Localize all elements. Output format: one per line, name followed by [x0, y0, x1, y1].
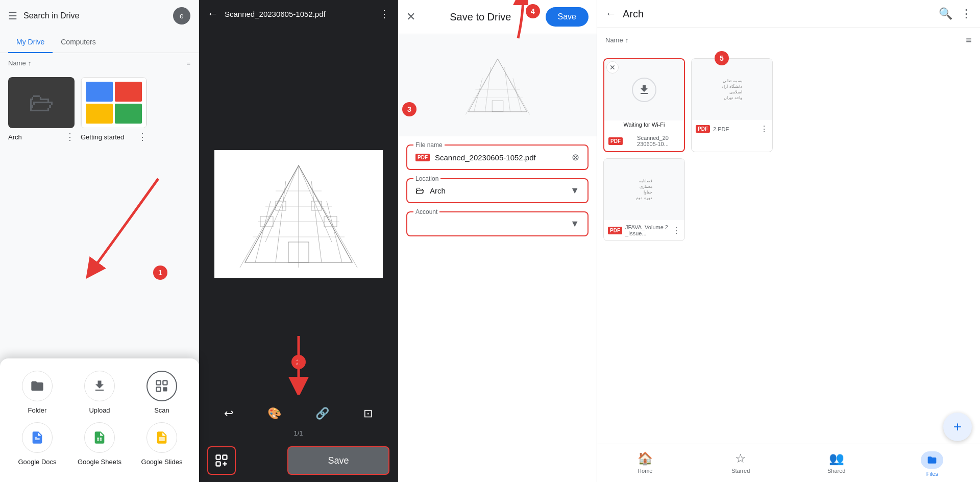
arch-files-row-2: فصلنامهمعماریجفاوادوره دوم PDF JFAVA_Vol… [603, 158, 974, 241]
scan-label: Scan [154, 406, 169, 414]
list-view-icon[interactable]: ≡ [186, 59, 190, 67]
link-icon[interactable]: 🔗 [315, 407, 329, 420]
avatar[interactable]: e [173, 7, 190, 25]
arch-header: ← Arch 🔍 ⋮ [597, 0, 980, 28]
sheet-item-google-docs[interactable]: Google Docs [10, 422, 64, 466]
svg-rect-2 [157, 387, 161, 391]
close-waiting-icon[interactable]: ✕ [606, 61, 619, 74]
home-label: Home [638, 468, 652, 474]
panel-save: ✕ Save to Drive Save 4 3 File name [398, 0, 597, 482]
nav-files[interactable]: Files [885, 448, 981, 480]
files-icon [921, 451, 943, 469]
account-field[interactable]: Account ▼ [406, 211, 589, 236]
upload-label: Upload [89, 406, 110, 414]
step-badge-5: 5 [715, 51, 729, 65]
location-label: Location [413, 175, 440, 182]
list-item: Getting started ⋮ [81, 77, 147, 142]
panel-pdf: ← Scanned_20230605-1052.pdf ⋮ [199, 0, 398, 482]
close-icon[interactable]: ✕ [406, 10, 415, 23]
arch-header-right: 🔍 ⋮ [939, 7, 972, 20]
hamburger-icon[interactable]: ☰ [8, 10, 17, 22]
file-thumb-arch[interactable]: 🗁 [8, 77, 75, 128]
save-pdf-button[interactable]: Save [287, 446, 389, 475]
google-slides-icon [146, 422, 177, 453]
save-preview [398, 34, 597, 136]
sheet-item-google-sheets[interactable]: Google Sheets [72, 422, 127, 466]
svg-rect-29 [216, 455, 220, 460]
arch-back-icon[interactable]: ← [605, 7, 617, 20]
nav-starred[interactable]: ☆ Starred [693, 448, 789, 480]
location-field[interactable]: Location 🗁 Arch ▼ [406, 178, 589, 203]
sheet-item-folder[interactable]: Folder [10, 371, 64, 414]
arch-file-thumb-jfava: فصلنامهمعماریجفاوادوره دوم [604, 159, 684, 220]
pdf-badge-jfava: PDF [608, 227, 622, 234]
pdf-badge-2pdf: PDF [696, 125, 710, 133]
arch-file-thumb-waiting: ✕ [604, 59, 684, 120]
folder-create-icon [22, 371, 53, 401]
file-name-row: Getting started ⋮ [81, 131, 147, 142]
bottom-sheet: Folder Upload Scan Google [0, 358, 199, 482]
sheet-item-upload[interactable]: Upload [72, 371, 127, 414]
svg-rect-7 [100, 440, 102, 441]
pdf-header-left: ← Scanned_20230605-1052.pdf [207, 7, 326, 20]
arch-more-icon[interactable]: ⋮ [961, 7, 972, 20]
svg-rect-30 [223, 455, 227, 460]
location-folder-icon: 🗁 [415, 185, 425, 196]
arch-view-icon[interactable]: ≡ [966, 34, 972, 46]
card-more-2pdf[interactable]: ⋮ [760, 124, 768, 134]
page-indicator: 1/1 [199, 427, 398, 439]
add-scan-button[interactable] [207, 446, 236, 475]
arch-title: Arch [623, 8, 644, 20]
panel-drive: ☰ Search in Drive e My Drive Computers N… [0, 0, 199, 482]
back-icon[interactable]: ← [207, 7, 218, 20]
arch-sketch-svg [214, 150, 383, 278]
arch-header-left: ← Arch [605, 7, 644, 20]
folder-label: Folder [28, 406, 47, 414]
crop-icon[interactable]: ⊡ [363, 407, 373, 420]
sheet-item-google-slides[interactable]: Google Slides [135, 422, 189, 466]
google-docs-icon [22, 422, 53, 453]
file-thumb-getting-started[interactable] [81, 77, 147, 128]
card-name-jfava: JFAVA_Volume 2_Issue... [625, 224, 669, 236]
arch-file-thumb-2pdf: بسمه تعالیدانشگاه آزاداسلامیواحد تهران [692, 59, 772, 120]
sort-label[interactable]: Name ↑ [8, 59, 31, 67]
arch-file-card-waiting[interactable]: ✕ Waiting for Wi-Fi PDF Scanned_20230605… [603, 58, 685, 152]
account-dropdown-icon: ▼ [570, 219, 579, 229]
pdf-viewer: 2 [199, 28, 398, 400]
step-badge-4: 4 [526, 4, 540, 18]
arrow-1 [31, 174, 174, 286]
file-name: Arch [8, 133, 22, 141]
fab-add-button[interactable]: + [943, 413, 972, 441]
tab-my-drive[interactable]: My Drive [8, 32, 53, 53]
drive-tabs: My Drive Computers [0, 32, 199, 53]
folder-icon: 🗁 [29, 88, 54, 117]
shared-icon: 👥 [829, 451, 844, 466]
more-icon[interactable]: ⋮ [138, 131, 147, 142]
file-name: Getting started [81, 133, 124, 141]
clear-filename-icon[interactable]: ⊗ [572, 152, 579, 163]
arch-search-icon[interactable]: 🔍 [939, 7, 952, 20]
card-footer-waiting: PDF Scanned_20230605-10... [604, 131, 684, 151]
tab-computers[interactable]: Computers [53, 32, 104, 53]
undo-icon[interactable]: ↩ [224, 407, 233, 420]
save-title: Save to Drive [450, 11, 511, 23]
list-header: Name ↑ ≡ [0, 53, 199, 73]
card-more-jfava[interactable]: ⋮ [672, 226, 680, 235]
save-drive-button[interactable]: Save [546, 7, 589, 27]
file-name-field: File name PDF Scanned_20230605-1052.pdf … [406, 144, 589, 170]
nav-home[interactable]: 🏠 Home [597, 448, 693, 480]
nav-shared[interactable]: 👥 Shared [789, 448, 885, 480]
arch-file-card-jfava[interactable]: فصلنامهمعماریجفاوادوره دوم PDF JFAVA_Vol… [603, 158, 685, 241]
drive-header: ☰ Search in Drive e [0, 0, 199, 32]
arch-file-card-2pdf[interactable]: بسمه تعالیدانشگاه آزاداسلامیواحد تهران P… [691, 58, 773, 152]
files-grid: 🗁 Arch ⋮ Getting started ⋮ [0, 73, 199, 147]
palette-icon[interactable]: 🎨 [267, 407, 281, 420]
search-bar-label[interactable]: Search in Drive [23, 11, 167, 20]
arch-sort-label[interactable]: Name ↑ [605, 36, 628, 44]
sheet-item-scan[interactable]: Scan [135, 371, 189, 414]
more-icon[interactable]: ⋮ [65, 131, 75, 142]
step-badge-1: 1 [153, 266, 167, 280]
pdf-more-icon[interactable]: ⋮ [379, 8, 389, 20]
file-name-value: Scanned_20230605-1052.pdf [435, 153, 567, 162]
sheet-grid: Folder Upload Scan Google [10, 371, 189, 466]
